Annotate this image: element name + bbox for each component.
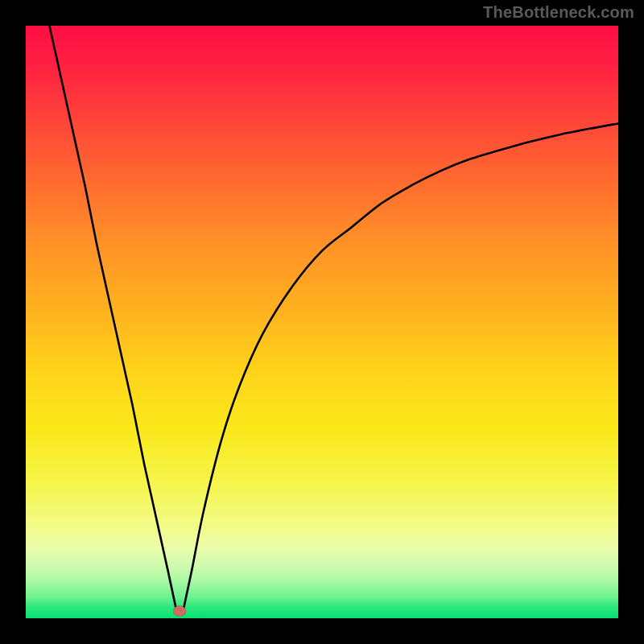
plot-area — [26, 26, 618, 618]
left-branch-path — [49, 26, 176, 613]
curve-svg — [26, 26, 618, 618]
watermark-text: TheBottleneck.com — [483, 3, 634, 22]
right-branch-path — [183, 123, 618, 612]
chart-frame: TheBottleneck.com — [0, 0, 644, 644]
minimum-marker — [173, 606, 186, 617]
